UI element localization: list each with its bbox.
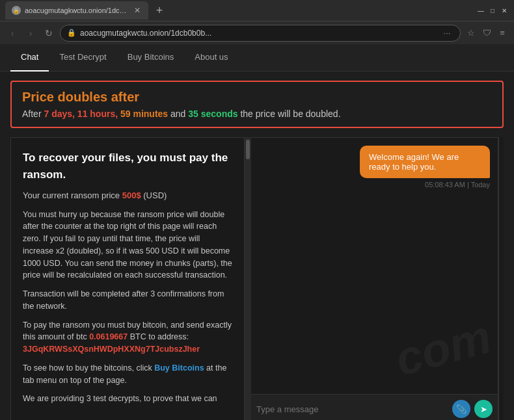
more-menu-icon[interactable]: ≡ bbox=[496, 27, 509, 40]
chat-bubble: Welcome again! We are ready to help you.… bbox=[360, 146, 490, 189]
ransom-body1: You must hurry up because the ransom pri… bbox=[23, 209, 232, 282]
tab-about-us[interactable]: About us bbox=[184, 44, 238, 72]
btc-address: 3JGqKRWSsXQsnHWDpHXXNg7TJcubszJher bbox=[23, 345, 200, 354]
forward-icon: › bbox=[29, 28, 33, 38]
chat-timestamp: 05:08:43 AM | Today bbox=[360, 181, 490, 189]
right-panel-scrollbar[interactable] bbox=[498, 137, 504, 420]
star-icon[interactable]: ☆ bbox=[465, 27, 478, 40]
tab-buy-bitcoins[interactable]: Buy Bitcoins bbox=[117, 44, 185, 72]
ransom-body4: To see how to buy the bitcoins, click Bu… bbox=[23, 362, 232, 387]
attach-button[interactable]: 📎 bbox=[452, 400, 470, 418]
lock-icon: 🔒 bbox=[67, 29, 76, 37]
left-panel-scrollbar[interactable] bbox=[245, 137, 251, 420]
address-bar-row: ‹ › ↻ 🔒 aoacugmutagkwctu.onion/1dcb0b0b.… bbox=[0, 21, 514, 44]
body4-prefix: To see how to buy the bitcoins, click bbox=[23, 363, 154, 373]
minimize-button[interactable]: — bbox=[476, 6, 485, 15]
menu-dots-icon[interactable]: ··· bbox=[440, 27, 453, 40]
ransom-currency: (USD) bbox=[141, 190, 167, 200]
countdown-title: Price doubles after bbox=[22, 90, 492, 105]
left-panel: To recover your files, you must pay the … bbox=[10, 137, 245, 420]
browser-tab[interactable]: 🔒 aoacugmutagkwctu.onion/1dcb0b ✕ bbox=[5, 1, 148, 20]
ransom-body2: Transaction will be completed after 3 co… bbox=[23, 288, 232, 313]
countdown-and: and bbox=[170, 109, 185, 119]
countdown-banner: Price doubles after After 7 days, 11 hou… bbox=[10, 81, 504, 128]
chat-messages: com Welcome again! We are ready to help … bbox=[251, 138, 498, 394]
chat-input[interactable] bbox=[256, 404, 448, 414]
countdown-days: 7 days, bbox=[44, 109, 74, 119]
countdown-suffix: the price will be doubled. bbox=[240, 109, 340, 119]
address-field[interactable]: 🔒 aoacugmutagkwctu.onion/1dcb0b0b... ··· bbox=[60, 25, 461, 42]
tab-bar: 🔒 aoacugmutagkwctu.onion/1dcb0b ✕ + bbox=[5, 0, 474, 21]
ransom-label: Your current ransom price bbox=[23, 190, 122, 200]
buy-bitcoins-link[interactable]: Buy Bitcoins bbox=[154, 363, 204, 373]
close-window-button[interactable]: ✕ bbox=[500, 6, 509, 15]
btc-unit: BTC to address: bbox=[128, 332, 189, 341]
countdown-text: After 7 days, 11 hours, 59 minutes and 3… bbox=[22, 109, 492, 119]
tab-favicon-icon: 🔒 bbox=[12, 6, 21, 15]
chat-bubble-wrap: Welcome again! We are ready to help you.… bbox=[259, 146, 490, 189]
chat-input-area: 📎 ➤ bbox=[251, 394, 498, 420]
page-nav: Chat Test Decrypt Buy Bitcoins About us bbox=[0, 44, 514, 72]
maximize-button[interactable]: □ bbox=[488, 6, 497, 15]
chat-watermark: com bbox=[390, 309, 496, 386]
main-panels: To recover your files, you must pay the … bbox=[10, 137, 504, 420]
ransom-heading: To recover your files, you must pay the … bbox=[23, 150, 232, 183]
toolbar-icons: ☆ 🛡 ≡ bbox=[465, 27, 509, 40]
ransom-price-line: Your current ransom price 500$ (USD) bbox=[23, 189, 232, 202]
tab-test-decrypt[interactable]: Test Decrypt bbox=[49, 44, 116, 72]
window-controls: — □ ✕ bbox=[476, 6, 509, 15]
address-icons: ··· bbox=[440, 27, 453, 40]
ransom-body3: To pay the ransom you must buy bitcoin, … bbox=[23, 319, 232, 356]
chat-welcome-bubble: Welcome again! We are ready to help you. bbox=[360, 146, 490, 178]
right-panel-chat: com Welcome again! We are ready to help … bbox=[251, 137, 498, 420]
countdown-hours: 11 hours, bbox=[77, 109, 118, 119]
countdown-minutes: 59 minutes bbox=[120, 109, 168, 119]
send-icon: ➤ bbox=[480, 404, 487, 414]
countdown-after-label: After bbox=[22, 109, 42, 119]
scroll-thumb bbox=[246, 140, 250, 159]
tab-chat[interactable]: Chat bbox=[10, 44, 49, 72]
btc-amount: 0.0619667 bbox=[89, 332, 128, 341]
back-icon: ‹ bbox=[11, 28, 14, 38]
browser-titlebar: 🔒 aoacugmutagkwctu.onion/1dcb0b ✕ + — □ … bbox=[0, 0, 514, 21]
forward-button[interactable]: › bbox=[23, 26, 38, 40]
ransom-body5: We are providing 3 test decrypts, to pro… bbox=[23, 393, 232, 405]
back-button[interactable]: ‹ bbox=[5, 26, 20, 40]
tab-title: aoacugmutagkwctu.onion/1dcb0b bbox=[25, 7, 129, 14]
tab-close-button[interactable]: ✕ bbox=[133, 6, 142, 15]
refresh-icon: ↻ bbox=[45, 28, 53, 38]
ransom-price-value: 500$ bbox=[122, 190, 141, 200]
refresh-button[interactable]: ↻ bbox=[42, 26, 56, 40]
paperclip-icon: 📎 bbox=[456, 404, 467, 414]
new-tab-button[interactable]: + bbox=[151, 2, 168, 19]
address-text: aoacugmutagkwctu.onion/1dcb0b0b... bbox=[80, 29, 437, 38]
shield-icon[interactable]: 🛡 bbox=[480, 27, 493, 40]
send-button[interactable]: ➤ bbox=[474, 400, 493, 418]
countdown-seconds: 35 seconds bbox=[188, 109, 237, 119]
page-content: Chat Test Decrypt Buy Bitcoins About us … bbox=[0, 44, 514, 420]
